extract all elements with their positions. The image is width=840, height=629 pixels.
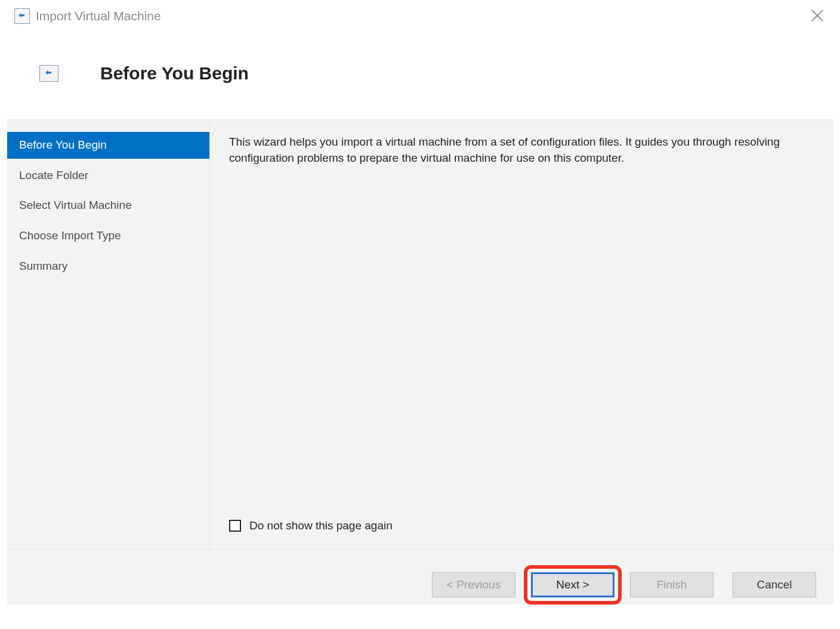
page-title: Before You Begin	[100, 63, 249, 84]
wizard-content: This wizard helps you import a virtual m…	[210, 120, 834, 549]
sidebar-item-before-you-begin[interactable]: Before You Begin	[7, 132, 209, 159]
close-icon[interactable]	[809, 7, 826, 24]
previous-button: < Previous	[432, 572, 515, 597]
next-button[interactable]: Next >	[531, 572, 614, 597]
cancel-button[interactable]: Cancel	[733, 572, 816, 597]
next-button-highlight: Next >	[524, 565, 622, 605]
description-text: This wizard helps you import a virtual m…	[229, 134, 810, 166]
title-bar: Import Virtual Machine	[7, 6, 834, 35]
import-arrow-icon	[14, 8, 30, 24]
sidebar-item-label: Choose Import Type	[19, 229, 121, 242]
wizard-header: Before You Begin	[7, 35, 834, 120]
wizard-step-list: Before You Begin Locate Folder Select Vi…	[7, 120, 210, 549]
dont-show-again-checkbox[interactable]	[229, 520, 241, 532]
wizard-footer: < Previous Next > Finish Cancel	[7, 550, 834, 605]
sidebar-item-choose-import-type[interactable]: Choose Import Type	[7, 223, 209, 249]
finish-button-label: Finish	[657, 578, 687, 591]
sidebar-item-select-virtual-machine[interactable]: Select Virtual Machine	[7, 192, 209, 219]
sidebar-item-locate-folder[interactable]: Locate Folder	[7, 162, 209, 189]
finish-button: Finish	[630, 572, 714, 597]
dont-show-again-row: Do not show this page again	[229, 519, 810, 532]
dont-show-again-label: Do not show this page again	[249, 519, 393, 532]
import-arrow-icon	[39, 65, 58, 82]
sidebar-item-label: Select Virtual Machine	[19, 199, 132, 211]
next-button-label: Next >	[556, 578, 589, 591]
wizard-body: Before You Begin Locate Folder Select Vi…	[7, 120, 834, 550]
sidebar-item-label: Before You Begin	[19, 138, 107, 151]
sidebar-item-label: Locate Folder	[19, 169, 88, 181]
sidebar-item-summary[interactable]: Summary	[7, 253, 209, 280]
previous-button-label: < Previous	[447, 578, 501, 591]
cancel-button-label: Cancel	[756, 578, 792, 591]
window-title: Import Virtual Machine	[36, 9, 161, 23]
sidebar-item-label: Summary	[19, 260, 67, 272]
